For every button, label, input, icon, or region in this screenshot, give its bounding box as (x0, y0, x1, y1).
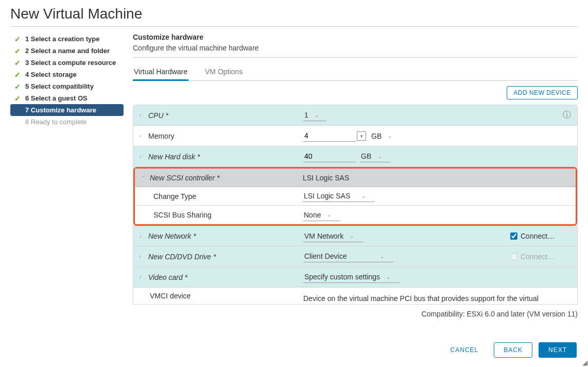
chevron-down-icon: ⌄ (386, 274, 390, 280)
check-icon: ✓ (14, 35, 22, 43)
hard-disk-unit-select[interactable]: GB⌄ (360, 151, 391, 162)
step-label: 1 Select a creation type (25, 35, 100, 43)
chevron-down-icon: ⌄ (327, 212, 331, 218)
chevron-down-icon: ⌄ (380, 254, 384, 259)
caret-right-icon: › (140, 154, 144, 159)
memory-input[interactable] (303, 130, 356, 142)
cpu-label[interactable]: ›CPU * (133, 111, 303, 120)
memory-unit-select[interactable]: GB⌄ (370, 131, 393, 141)
hardware-panel: ›CPU * 1⌄ ⓘ ›Memory ▾ GB⌄ ›N (133, 105, 578, 305)
wizard-step-4[interactable]: ✓4 Select storage (10, 69, 124, 80)
step-label: 2 Select a name and folder (25, 47, 110, 55)
row-network: ›New Network * VM Network⌄ Connect… (133, 226, 577, 246)
row-video-card: ›Video card * Specify custom settings⌄ (133, 267, 577, 288)
back-button[interactable]: BACK (494, 342, 532, 358)
check-icon: ✓ (14, 71, 22, 79)
check-icon: ✓ (14, 82, 22, 91)
row-memory: ›Memory ▾ GB⌄ (133, 126, 577, 146)
bus-sharing-select[interactable]: None⌄ (303, 209, 340, 221)
scsi-value: LSI Logic SAS (303, 174, 349, 182)
row-scsi-controller: ›New SCSI controller * LSI Logic SAS (135, 169, 576, 187)
resize-handle-icon[interactable]: ◢ (582, 359, 587, 366)
chevron-down-icon: ⌄ (315, 112, 319, 118)
wizard-step-8: ✓8 Ready to complete (10, 116, 124, 128)
row-hard-disk: ›New Hard disk * GB⌄ (133, 146, 577, 167)
check-icon: ✓ (14, 47, 22, 55)
section-title: Customize hardware (133, 33, 578, 41)
hard-disk-input[interactable] (303, 151, 356, 162)
dialog-title: New Virtual Machine (10, 0, 578, 27)
row-bus-sharing: SCSI Bus Sharing None⌄ (135, 206, 576, 224)
caret-down-icon: › (141, 176, 146, 180)
check-icon: ✓ (14, 94, 22, 103)
step-label: 6 Select a guest OS (25, 94, 88, 102)
cd-dvd-label[interactable]: ›New CD/DVD Drive * (133, 253, 303, 261)
memory-stepper[interactable]: ▾ (357, 131, 366, 141)
vmci-description: Device on the virtual machine PCI bus th… (303, 294, 539, 303)
footer: CANCEL BACK NEXT (441, 342, 577, 358)
caret-right-icon: › (140, 112, 144, 118)
network-connect-checkbox[interactable] (510, 232, 517, 240)
cd-dvd-select[interactable]: Client Device⌄ (303, 251, 393, 262)
caret-right-icon: › (140, 233, 144, 239)
step-label: 7 Customize hardware (25, 106, 96, 114)
step-label: 5 Select compatibility (25, 82, 94, 90)
tab-virtual-hardware[interactable]: Virtual Hardware (133, 64, 188, 81)
vmci-label: VMCI device (133, 292, 303, 300)
network-select[interactable]: VM Network⌄ (303, 230, 363, 242)
caret-right-icon: › (140, 274, 144, 280)
network-label[interactable]: ›New Network * (133, 232, 303, 240)
video-select[interactable]: Specify custom settings⌄ (303, 271, 400, 283)
step-label: 4 Select storage (25, 71, 77, 78)
scsi-highlight-box: ›New SCSI controller * LSI Logic SAS Cha… (133, 167, 577, 226)
wizard-steps: ✓1 Select a creation type ✓2 Select a na… (10, 33, 124, 323)
add-new-device-button[interactable]: ADD NEW DEVICE (507, 86, 578, 99)
chevron-down-icon: ⌄ (377, 154, 382, 159)
row-vmci: VMCI device Device on the virtual machin… (133, 288, 577, 304)
caret-right-icon: › (140, 254, 144, 259)
chevron-down-icon: ⌄ (388, 133, 392, 139)
cd-dvd-connect-label: Connect… (521, 253, 555, 261)
wizard-step-3[interactable]: ✓3 Select a compute resource (10, 57, 124, 69)
cancel-button[interactable]: CANCEL (441, 343, 488, 357)
info-icon[interactable]: ⓘ (563, 110, 571, 121)
bus-sharing-label: SCSI Bus Sharing (135, 211, 303, 219)
tab-vm-options[interactable]: VM Options (204, 64, 244, 80)
row-cd-dvd: ›New CD/DVD Drive * Client Device⌄ Conne… (133, 246, 577, 267)
change-type-select[interactable]: LSI Logic SAS⌄ (303, 190, 375, 202)
wizard-step-1[interactable]: ✓1 Select a creation type (10, 33, 124, 45)
video-label[interactable]: ›Video card * (133, 273, 303, 281)
change-type-label: Change Type (135, 192, 303, 201)
compatibility-text: Compatibility: ESXi 6.0 and later (VM ve… (133, 305, 578, 323)
check-icon: ✓ (14, 59, 22, 67)
wizard-step-6[interactable]: ✓6 Select a guest OS (10, 92, 124, 104)
hard-disk-label[interactable]: ›New Hard disk * (133, 153, 303, 161)
chevron-down-icon: ⌄ (361, 193, 366, 199)
memory-label[interactable]: ›Memory (133, 132, 303, 140)
row-cpu: ›CPU * 1⌄ ⓘ (133, 105, 577, 126)
scsi-label[interactable]: ›New SCSI controller * (135, 174, 303, 182)
wizard-step-7[interactable]: ✓7 Customize hardware (10, 104, 124, 116)
section-subtitle: Configure the virtual machine hardware (133, 44, 578, 58)
row-change-type: Change Type LSI Logic SAS⌄ (135, 187, 576, 206)
caret-right-icon: › (140, 133, 144, 139)
cpu-select[interactable]: 1⌄ (303, 109, 326, 121)
chevron-down-icon: ⌄ (350, 233, 354, 239)
wizard-step-5[interactable]: ✓5 Select compatibility (10, 80, 124, 92)
step-label: 3 Select a compute resource (25, 59, 116, 66)
step-label: 8 Ready to complete (25, 118, 87, 126)
wizard-step-2[interactable]: ✓2 Select a name and folder (10, 45, 124, 57)
tabs: Virtual Hardware VM Options (133, 64, 578, 81)
next-button[interactable]: NEXT (539, 342, 577, 358)
cd-dvd-connect-checkbox (510, 253, 517, 260)
network-connect-label: Connect… (521, 232, 555, 240)
